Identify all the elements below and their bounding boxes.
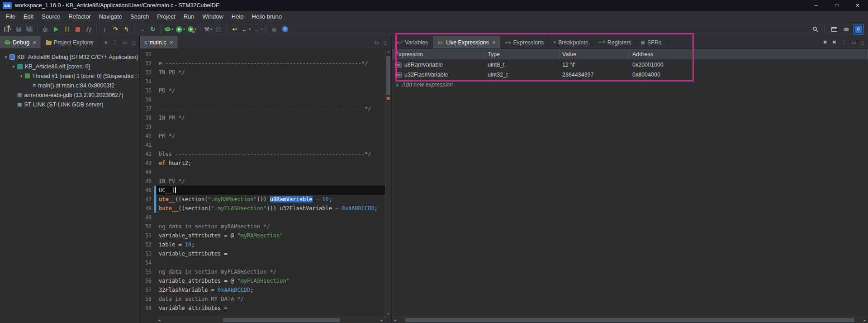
external-tools-button[interactable]: ▾ [186,24,198,35]
line-number[interactable]: 54 [140,258,154,267]
code-line[interactable]: 33IN PD */ [140,68,391,77]
line-number[interactable]: 37 [140,104,154,113]
build-button[interactable]: ⚒▾ [203,24,213,35]
line-number[interactable]: 45 [140,177,154,186]
menu-hello-bruno[interactable]: Hello bruno [248,11,286,22]
back-button[interactable]: ←▾ [240,24,252,35]
maximize-view-icon[interactable]: □ [861,40,864,45]
minimize-window-button[interactable]: – [806,0,826,11]
disconnect-button[interactable] [83,24,94,35]
menu-edit[interactable]: Edit [19,11,38,22]
expander-icon[interactable]: ▾ [18,74,24,78]
line-number[interactable]: 43 [140,159,154,168]
expression-row[interactable]: x=u8RamVariableuint8_t12 '\f'0x20001000 [392,60,868,70]
restart-button[interactable]: ↻ [147,24,158,35]
line-number[interactable]: 59 [140,304,154,313]
collapse-all-icon[interactable]: ∧ [104,39,108,45]
open-perspective-button[interactable] [829,24,840,35]
line-number[interactable]: 46 [140,186,154,195]
code-line[interactable]: 55ng data in section myFLASHsection */ [140,267,391,276]
code-line[interactable]: 52iable = 10; [140,240,391,249]
debug-perspective-button[interactable] [841,24,852,35]
code-line[interactable]: 32e ------------------------------------… [140,59,391,68]
line-number[interactable]: 41 [140,140,154,149]
line-number[interactable]: 48 [140,204,154,213]
scroll-left-icon[interactable]: ◀ [156,318,162,322]
debug-tree-item[interactable]: ≡main() at main.c:84 0x80003f2 [0,81,139,90]
code-line[interactable]: 43ef huart2; [140,159,391,168]
code-line[interactable]: 39 [140,122,391,131]
line-number[interactable]: 35 [140,86,154,95]
line-number[interactable]: 58 [140,294,154,304]
code-line[interactable]: 47ute__((section(".myRAMsection"))) u8Ra… [140,195,391,204]
column-header-expression[interactable]: Expression [392,49,484,59]
tab-debug[interactable]: Debug× [0,36,41,48]
menu-search[interactable]: Search [126,11,153,22]
toolbar-search-button[interactable] [810,24,821,35]
code-line[interactable]: 53variable_attributes = [140,249,391,258]
remove-all-icon[interactable]: ✖ [832,39,836,45]
step-over-button[interactable]: ↷ [110,24,121,35]
menu-navigate[interactable]: Navigate [95,11,126,22]
code-line[interactable]: 40PM */ [140,131,391,140]
tab-breakpoints[interactable]: ●Breakpoints [549,36,593,48]
menu-help[interactable]: Help [228,11,248,22]
code-line[interactable]: 51variable_attributes = @ "myRAMsection" [140,231,391,240]
line-number[interactable]: 39 [140,122,154,131]
scroll-right-icon[interactable]: ▶ [379,318,385,322]
line-number[interactable]: 31 [140,50,154,59]
line-number[interactable]: 53 [140,249,154,258]
column-header-address[interactable]: Address [629,49,868,59]
expander-icon[interactable]: ▾ [10,64,17,69]
code-line[interactable]: 37--------------------------------------… [140,104,391,113]
dropdown-caret-icon[interactable]: ▾ [171,27,173,31]
line-number[interactable]: 32 [140,59,154,68]
line-number[interactable]: 44 [140,168,154,177]
line-number[interactable]: 52 [140,240,154,249]
dropdown-caret-icon[interactable]: ▾ [261,27,262,31]
line-number[interactable]: 36 [140,95,154,104]
code-line[interactable]: 5732FlashVariable = 0xAABBCCDD; [140,285,391,294]
code-line[interactable]: 48bute__((section(".myFLASHsection"))) u… [140,204,391,213]
suspend-button[interactable] [62,24,72,35]
line-number[interactable]: 55 [140,267,154,276]
forward-button[interactable]: →▾ [252,24,264,35]
view-menu-icon[interactable]: ⋮ [113,39,118,45]
close-window-button[interactable]: ✕ [847,0,868,11]
debug-tree-item[interactable]: ▾KB_Article86 Debug [STM32 C/C++ Applica… [0,52,139,62]
code-line[interactable]: 54 [140,258,391,267]
code-line[interactable]: 59variable_attributes = [140,304,391,313]
code-line[interactable]: 45IN PV */ [140,177,391,186]
debug-tree-item[interactable]: ▦arm-none-eabi-gdb (13.2.90.20230627) [0,90,139,100]
code-line[interactable]: 42bles ---------------------------------… [140,149,391,159]
terminate-button[interactable] [72,24,83,35]
tab-close-icon[interactable]: × [170,39,173,46]
tab-close-icon[interactable]: × [33,39,36,46]
view-menu-icon[interactable]: ⋮ [841,39,846,45]
line-number[interactable]: 56 [140,276,154,285]
maximize-view-icon[interactable]: □ [132,40,135,45]
vertical-scroll-thumb[interactable] [386,56,390,95]
info-button[interactable]: i [280,24,290,35]
code-line[interactable]: 35PD */ [140,86,391,95]
horizontal-scroll-thumb[interactable] [223,318,340,322]
run-button[interactable]: ▾ [175,24,186,35]
dropdown-caret-icon[interactable]: ▾ [9,27,11,31]
scroll-up-icon[interactable]: ▲ [385,49,391,54]
tab-variables[interactable]: (x)=Variables [392,36,433,48]
skip-all-breakpoints-button[interactable]: ⊘ [40,24,51,35]
cpp-perspective-button[interactable]: C [853,24,864,35]
tab-sfrs[interactable]: ▦SFRs [636,36,667,48]
maximize-view-icon[interactable]: □ [384,40,387,45]
scroll-right-icon[interactable]: ▶ [862,318,868,322]
minimize-view-icon[interactable]: ▭ [123,39,127,45]
tab-project-explorer[interactable]: Project Explorer [41,36,99,48]
line-number[interactable]: 47 [140,195,154,204]
line-number[interactable]: 50 [140,222,154,231]
debug-button[interactable]: ▾ [163,24,175,35]
minimize-view-icon[interactable]: ▭ [375,39,379,45]
menu-window[interactable]: Window [199,11,228,22]
line-number[interactable]: 57 [140,285,154,294]
tab-expressions[interactable]: x+yExpressions [501,36,549,48]
menu-project[interactable]: Project [153,11,179,22]
